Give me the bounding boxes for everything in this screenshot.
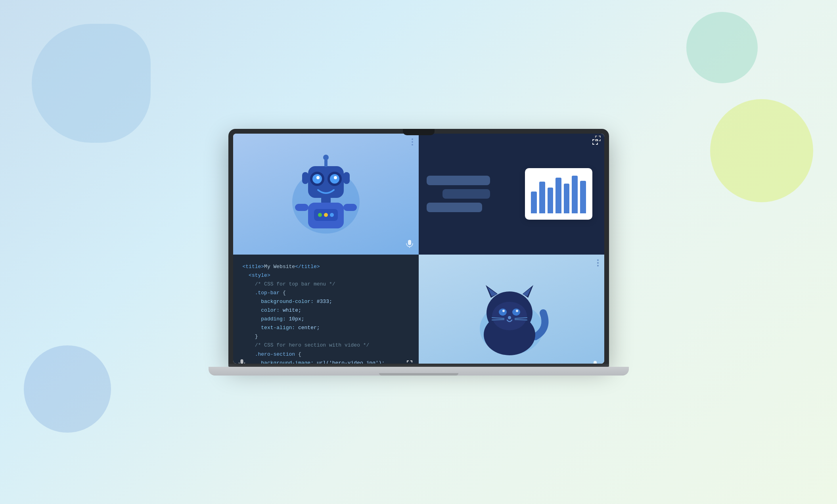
svg-rect-11	[343, 172, 350, 184]
svg-line-38	[492, 320, 504, 320]
bg-blob-top-right	[686, 12, 758, 83]
tile-code-mic	[239, 359, 245, 364]
chat-bubbles	[427, 176, 490, 212]
svg-point-35	[516, 310, 518, 312]
svg-point-16	[324, 213, 328, 217]
bar-4	[555, 178, 561, 213]
bezel-fullscreen-icon[interactable]	[594, 134, 602, 144]
svg-rect-22	[240, 359, 243, 364]
svg-rect-10	[302, 172, 308, 184]
tile-cat-options[interactable]	[597, 259, 599, 266]
bg-blob-mid-right	[710, 99, 813, 202]
svg-point-6	[316, 176, 320, 179]
video-grid: <title>My Website</title> <style> /* CSS…	[233, 134, 604, 364]
tile-cat	[419, 255, 604, 364]
bg-blob-bottom-left	[24, 345, 111, 433]
svg-point-33	[512, 309, 520, 316]
bar-5	[564, 184, 570, 213]
cat-svg	[472, 273, 551, 356]
code-line-9: }	[243, 332, 409, 341]
tile-code-expand[interactable]	[406, 360, 413, 364]
bar-3	[548, 188, 554, 213]
svg-rect-18	[295, 204, 308, 211]
chat-bubble-1	[427, 176, 490, 185]
bar-7	[580, 181, 586, 213]
bar-1	[531, 192, 537, 213]
code-line-12: background-image: url('hero-video.jpg');	[243, 359, 409, 364]
bar-chart	[525, 168, 592, 220]
svg-rect-12	[321, 197, 331, 203]
laptop-screen: <title>My Website</title> <style> /* CSS…	[233, 134, 604, 364]
svg-point-32	[499, 309, 507, 316]
laptop-notch	[403, 129, 435, 135]
laptop-screen-outer: <title>My Website</title> <style> /* CSS…	[228, 129, 609, 364]
laptop: <title>My Website</title> <style> /* CSS…	[220, 129, 617, 376]
code-line-7: padding: 10px;	[243, 315, 409, 324]
laptop-base	[209, 367, 629, 376]
svg-point-34	[502, 310, 505, 312]
svg-point-9	[323, 155, 329, 160]
robot-svg	[286, 150, 366, 238]
chat-bubble-3	[427, 203, 482, 212]
svg-rect-41	[594, 361, 597, 364]
svg-line-40	[515, 320, 527, 320]
bar-6	[572, 176, 578, 213]
bg-blob-top-left	[32, 24, 151, 143]
tile-code: <title>My Website</title> <style> /* CSS…	[233, 255, 419, 364]
code-line-10: /* CSS for hero section with video */	[243, 341, 409, 350]
tile-chart	[419, 134, 604, 255]
code-line-1: <title>My Website</title>	[243, 263, 409, 271]
code-line-5: background-color: #333;	[243, 297, 409, 306]
tile-robot-mic	[406, 240, 413, 250]
code-line-8: text-align: center;	[243, 324, 409, 332]
svg-point-7	[334, 176, 337, 179]
code-line-3: /* CSS for top bar menu */	[243, 280, 409, 289]
svg-point-15	[318, 213, 322, 217]
svg-point-36	[508, 316, 511, 319]
code-line-6: color: white;	[243, 306, 409, 315]
laptop-hinge	[228, 364, 609, 367]
tile-cat-mic	[592, 360, 599, 364]
bar-2	[539, 182, 545, 213]
code-line-2: <style>	[243, 271, 409, 280]
tile-robot	[233, 134, 419, 255]
chat-bubble-2	[442, 189, 490, 199]
svg-rect-19	[343, 204, 357, 211]
code-line-4: .top-bar {	[243, 289, 409, 297]
code-line-11: .hero-section {	[243, 350, 409, 359]
laptop-base-wrapper	[220, 364, 617, 376]
svg-point-17	[330, 213, 334, 217]
svg-rect-20	[408, 240, 411, 245]
tile-robot-options[interactable]	[412, 138, 413, 146]
